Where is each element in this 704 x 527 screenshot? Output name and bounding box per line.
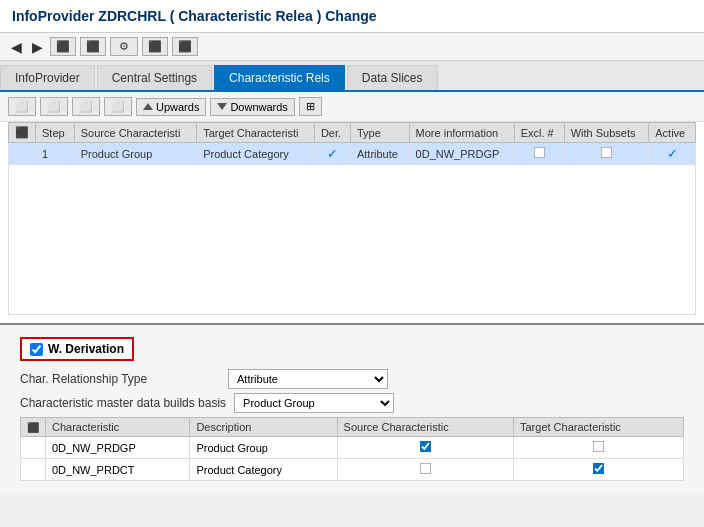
bottom-desc-1: Product Group xyxy=(190,437,337,459)
col-header-active: Active xyxy=(649,123,696,143)
bottom-col-icon: ⬛ xyxy=(21,418,46,437)
bottom-row-select-1 xyxy=(21,437,46,459)
bottom-source-2 xyxy=(337,459,513,481)
char-relationship-row: Char. Relationship Type Attribute xyxy=(20,369,684,389)
source-checkbox-1[interactable] xyxy=(419,441,431,453)
tab-central-settings[interactable]: Central Settings xyxy=(97,65,212,90)
col-header-type: Type xyxy=(350,123,409,143)
char-basis-label: Characteristic master data builds basis xyxy=(20,396,226,410)
table-row[interactable]: 1 Product Group Product Category ✓ Attri… xyxy=(9,143,696,165)
bottom-char-2: 0D_NW_PRDCT xyxy=(46,459,190,481)
col-header-der: Der. xyxy=(314,123,350,143)
downwards-btn[interactable]: Downwards xyxy=(210,98,294,116)
main-grid-table: ⬛ Step Source Characteristi Target Chara… xyxy=(8,122,696,315)
col-header-subsets: With Subsets xyxy=(564,123,649,143)
tabs-bar: InfoProvider Central Settings Characteri… xyxy=(0,61,704,92)
bottom-col-description: Description xyxy=(190,418,337,437)
more-info-cell: 0D_NW_PRDGP xyxy=(409,143,514,165)
col-header-target: Target Characteristi xyxy=(197,123,315,143)
downwards-label: Downwards xyxy=(230,101,287,113)
bottom-col-target: Target Characteristic xyxy=(513,418,683,437)
bottom-grid-table: ⬛ Characteristic Description Source Char… xyxy=(20,417,684,481)
bottom-table-row[interactable]: 0D_NW_PRDGP Product Group xyxy=(21,437,684,459)
char-relationship-select[interactable]: Attribute xyxy=(228,369,388,389)
page-title: InfoProvider ZDRCHRL ( Characteristic Re… xyxy=(12,8,377,24)
downwards-icon xyxy=(217,103,227,110)
col-header-step: Step xyxy=(36,123,75,143)
bottom-target-2 xyxy=(513,459,683,481)
target-checkbox-1[interactable] xyxy=(593,441,605,453)
tab-characteristic-rels[interactable]: Characteristic Rels xyxy=(214,65,345,90)
step-cell: 1 xyxy=(36,143,75,165)
grid-btn[interactable]: ⊞ xyxy=(299,97,322,116)
bottom-col-source: Source Characteristic xyxy=(337,418,513,437)
toolbar: ◀ ▶ ⬛ ⬛ ⚙ ⬛ ⬛ xyxy=(0,33,704,61)
delete-row-btn[interactable]: ⬜ xyxy=(104,97,132,116)
back-button[interactable]: ◀ xyxy=(8,39,25,55)
col-header-source: Source Characteristi xyxy=(74,123,196,143)
bottom-col-characteristic: Characteristic xyxy=(46,418,190,437)
subsets-checkbox[interactable] xyxy=(601,147,613,159)
bottom-desc-2: Product Category xyxy=(190,459,337,481)
char-basis-row: Characteristic master data builds basis … xyxy=(20,393,684,413)
upwards-btn[interactable]: Upwards xyxy=(136,98,206,116)
excl-cell xyxy=(514,143,564,165)
inner-toolbar: ⬜ ⬜ ⬜ ⬜ Upwards Downwards ⊞ xyxy=(0,92,704,122)
excl-checkbox[interactable] xyxy=(533,147,545,159)
upwards-icon xyxy=(143,103,153,110)
subsets-cell xyxy=(564,143,649,165)
target-char-cell: Product Category xyxy=(197,143,315,165)
toolbar-btn5[interactable]: ⬛ xyxy=(172,37,198,56)
bottom-source-1 xyxy=(337,437,513,459)
toolbar-btn4[interactable]: ⬛ xyxy=(142,37,168,56)
col-header-more-info: More information xyxy=(409,123,514,143)
paste-btn[interactable]: ⬜ xyxy=(40,97,68,116)
empty-row xyxy=(9,165,696,315)
toolbar-btn1[interactable]: ⬛ xyxy=(50,37,76,56)
source-char-cell: Product Group xyxy=(74,143,196,165)
forward-button[interactable]: ▶ xyxy=(29,39,46,55)
char-relationship-label: Char. Relationship Type xyxy=(20,372,220,386)
tab-data-slices[interactable]: Data Slices xyxy=(347,65,438,90)
upwards-label: Upwards xyxy=(156,101,199,113)
toolbar-btn2[interactable]: ⬛ xyxy=(80,37,106,56)
add-row-btn[interactable]: ⬜ xyxy=(72,97,100,116)
target-checkbox-2[interactable] xyxy=(593,463,605,475)
col-header-excl: Excl. # xyxy=(514,123,564,143)
main-content: ⬜ ⬜ ⬜ ⬜ Upwards Downwards ⊞ ⬛ Step Sourc… xyxy=(0,92,704,323)
row-select-cell[interactable] xyxy=(9,143,36,165)
main-grid-section: ⬛ Step Source Characteristi Target Chara… xyxy=(0,122,704,323)
toolbar-btn3[interactable]: ⚙ xyxy=(110,37,138,56)
derivation-header: W. Derivation xyxy=(20,337,134,361)
active-cell: ✓ xyxy=(649,143,696,165)
tab-infoprovider[interactable]: InfoProvider xyxy=(0,65,95,90)
bottom-section: W. Derivation Char. Relationship Type At… xyxy=(0,323,704,493)
der-cell: ✓ xyxy=(314,143,350,165)
char-basis-select[interactable]: Product Group xyxy=(234,393,394,413)
title-bar: InfoProvider ZDRCHRL ( Characteristic Re… xyxy=(0,0,704,33)
bottom-target-1 xyxy=(513,437,683,459)
copy-btn[interactable]: ⬜ xyxy=(8,97,36,116)
bottom-char-1: 0D_NW_PRDGP xyxy=(46,437,190,459)
col-header-select: ⬛ xyxy=(9,123,36,143)
source-checkbox-2[interactable] xyxy=(419,463,431,475)
bottom-inner: W. Derivation Char. Relationship Type At… xyxy=(10,331,694,487)
derivation-label: W. Derivation xyxy=(48,342,124,356)
derivation-checkbox[interactable] xyxy=(30,343,43,356)
bottom-table-row[interactable]: 0D_NW_PRDCT Product Category xyxy=(21,459,684,481)
type-cell: Attribute xyxy=(350,143,409,165)
bottom-row-select-2 xyxy=(21,459,46,481)
